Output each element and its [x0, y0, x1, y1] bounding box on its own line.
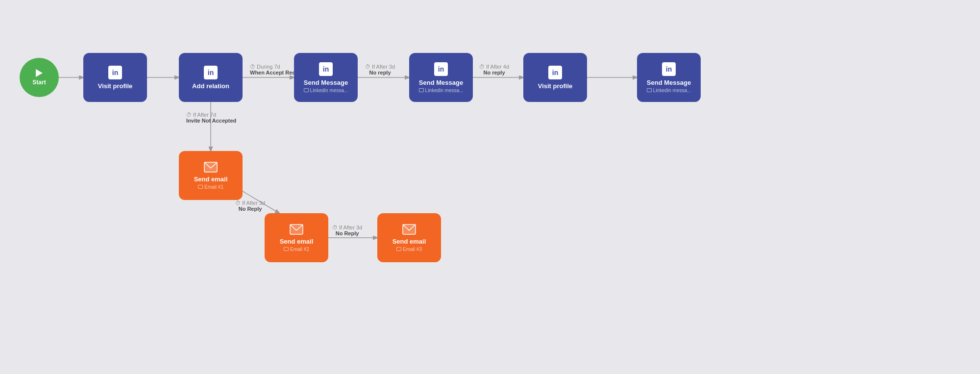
send-email-1-subtitle: Email #1 [198, 184, 223, 190]
send-message-2-subtitle: Linkedin messa... [419, 88, 464, 93]
send-email-3-title: Send email [392, 238, 426, 245]
linkedin-icon-5: in [548, 66, 562, 79]
connector-label-3: ⏱ If After 4d No reply [479, 64, 509, 75]
visit-profile-2-node[interactable]: in Visit profile [523, 53, 587, 102]
send-email-1-title: Send email [194, 175, 228, 183]
send-email-2-title: Send email [280, 238, 314, 245]
send-email-3-node[interactable]: Send email Email #3 [377, 213, 441, 262]
linkedin-icon-6: in [662, 62, 676, 76]
connector-label-4: ⏱ If After 7d Invite Not Accepted [186, 112, 236, 124]
play-icon [36, 69, 43, 77]
add-relation-title: Add relation [192, 82, 229, 90]
send-message-3-node[interactable]: in Send Message Linkedin messa... [637, 53, 701, 102]
envelope-icon-1 [204, 162, 218, 173]
send-message-1-node[interactable]: in Send Message Linkedin messa... [294, 53, 358, 102]
visit-profile-1-title: Visit profile [98, 82, 133, 90]
send-email-2-node[interactable]: Send email Email #2 [265, 213, 328, 262]
linkedin-icon-2: in [204, 66, 218, 79]
visit-profile-1-node[interactable]: in Visit profile [83, 53, 147, 102]
connector-label-2: ⏱ If After 3d No reply [365, 64, 395, 75]
send-email-1-node[interactable]: Send email Email #1 [179, 151, 243, 200]
connector-lines [0, 0, 980, 374]
connector-label-6: ⏱ If After 3d No Reply [332, 224, 362, 236]
send-email-2-subtitle: Email #2 [284, 247, 309, 252]
send-message-2-node[interactable]: in Send Message Linkedin messa... [409, 53, 473, 102]
svg-line-7 [243, 191, 279, 213]
send-email-3-subtitle: Email #3 [396, 247, 422, 252]
send-message-3-title: Send Message [647, 79, 691, 86]
workflow-canvas: ⏱ During 7d When Accept Request ⏱ If Aft… [0, 0, 980, 374]
envelope-icon-2 [290, 224, 303, 235]
start-label: Start [32, 79, 46, 86]
linkedin-icon-1: in [108, 66, 122, 79]
send-message-3-subtitle: Linkedin messa... [647, 88, 691, 93]
linkedin-icon-3: in [319, 62, 333, 76]
send-message-1-subtitle: Linkedin messa... [304, 88, 348, 93]
connector-label-5: ⏱ If After 3d No Reply [235, 200, 265, 212]
send-message-1-title: Send Message [304, 79, 348, 86]
add-relation-node[interactable]: in Add relation [179, 53, 243, 102]
linkedin-icon-4: in [434, 62, 448, 76]
send-message-2-title: Send Message [419, 79, 463, 86]
envelope-icon-3 [402, 224, 416, 235]
visit-profile-2-title: Visit profile [538, 82, 573, 90]
start-node[interactable]: Start [20, 58, 59, 97]
